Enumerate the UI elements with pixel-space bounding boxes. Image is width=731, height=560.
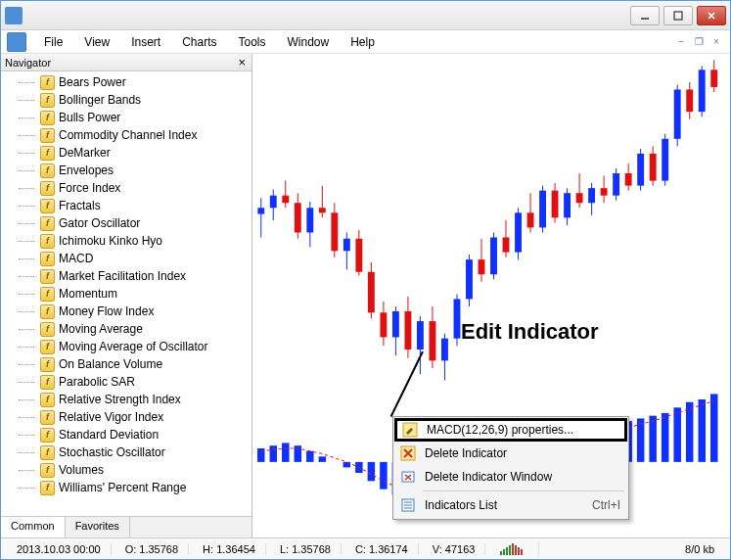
indicator-item[interactable]: fStandard Deviation <box>19 426 251 443</box>
menu-view[interactable]: View <box>74 32 119 52</box>
indicator-icon: f <box>40 128 55 143</box>
indicator-item[interactable]: fDeMarker <box>19 144 251 162</box>
svg-rect-1 <box>674 12 682 20</box>
indicator-item[interactable]: fParabolic SAR <box>19 373 251 391</box>
menu-window[interactable]: Window <box>278 32 340 52</box>
svg-rect-59 <box>601 188 608 196</box>
svg-rect-67 <box>650 154 657 181</box>
indicator-item[interactable]: fGator Oscillator <box>19 214 251 232</box>
indicator-icon: f <box>40 375 55 390</box>
indicator-item[interactable]: fMACD <box>19 250 251 267</box>
indicator-item[interactable]: fForce Index <box>19 179 251 197</box>
close-button[interactable] <box>697 6 726 25</box>
menu-help[interactable]: Help <box>341 32 385 52</box>
svg-rect-5 <box>270 196 277 209</box>
ctx-properties[interactable]: MACD(12,26,9) properties... <box>394 418 627 442</box>
maximize-button[interactable] <box>663 6 693 25</box>
indicator-label: Force Index <box>59 181 120 195</box>
navigator-tree[interactable]: fBears PowerfBollinger BandsfBulls Power… <box>1 71 251 516</box>
indicator-icon: f <box>40 163 55 178</box>
indicator-item[interactable]: fStochastic Oscillator <box>19 443 251 461</box>
ctx-indicators-list[interactable]: Indicators List Ctrl+I <box>395 493 626 517</box>
mdi-close-icon[interactable]: × <box>708 35 724 49</box>
svg-rect-63 <box>625 173 632 186</box>
indicator-item[interactable]: fIchimoku Kinko Hyo <box>19 232 251 250</box>
svg-rect-123 <box>500 551 502 555</box>
svg-rect-125 <box>506 547 508 555</box>
indicator-icon: f <box>40 216 55 231</box>
svg-rect-69 <box>662 139 668 181</box>
indicator-icon: f <box>40 234 55 249</box>
indicator-item[interactable]: fBollinger Bands <box>19 91 251 109</box>
indicator-item[interactable]: fMomentum <box>19 285 251 303</box>
list-icon <box>399 496 417 514</box>
navigator-tab-common[interactable]: Common <box>1 517 66 537</box>
svg-rect-33 <box>441 339 448 361</box>
indicator-label: Momentum <box>59 287 117 301</box>
svg-rect-11 <box>306 208 313 232</box>
indicator-item[interactable]: fBulls Power <box>19 109 251 126</box>
indicator-icon: f <box>40 93 55 108</box>
indicator-item[interactable]: fVolumes <box>19 461 251 479</box>
indicator-label: Williams' Percent Range <box>59 481 186 494</box>
indicator-item[interactable]: fRelative Strength Index <box>19 391 251 408</box>
svg-rect-73 <box>686 89 693 112</box>
connection-bars-icon <box>499 541 528 555</box>
status-connection <box>489 541 539 557</box>
svg-rect-128 <box>515 545 517 555</box>
svg-rect-77 <box>710 70 717 87</box>
indicator-icon: f <box>40 410 55 425</box>
svg-rect-75 <box>699 70 706 112</box>
indicator-item[interactable]: fCommodity Channel Index <box>19 126 251 144</box>
svg-rect-43 <box>503 237 510 252</box>
window-titlebar <box>1 1 730 30</box>
ctx-delete-window-label: Delete Indicator Window <box>425 470 552 484</box>
indicator-label: Ichimoku Kinko Hyo <box>59 234 162 248</box>
navigator-tabs: Common Favorites <box>1 516 251 537</box>
navigator-close-icon[interactable]: × <box>236 55 248 70</box>
navigator-tab-favorites[interactable]: Favorites <box>66 517 130 537</box>
svg-rect-39 <box>479 259 485 274</box>
minimize-button[interactable] <box>630 6 660 25</box>
menu-insert[interactable]: Insert <box>121 32 170 52</box>
indicator-item[interactable]: fMoving Average of Oscillator <box>19 338 251 355</box>
ctx-delete-indicator[interactable]: Delete Indicator <box>395 442 626 465</box>
indicator-icon: f <box>40 357 55 372</box>
indicator-item[interactable]: fMarket Facilitation Index <box>19 267 251 285</box>
menubar: File View Insert Charts Tools Window Hel… <box>1 30 730 54</box>
indicator-label: Parabolic SAR <box>59 375 135 389</box>
mdi-restore-icon[interactable]: ❐ <box>691 35 707 49</box>
indicator-item[interactable]: fMoney Flow Index <box>19 303 251 320</box>
svg-rect-37 <box>466 259 473 299</box>
status-kb: 8/0 kb <box>675 543 724 555</box>
indicator-label: DeMarker <box>59 146 111 160</box>
svg-rect-57 <box>588 188 595 203</box>
menu-file[interactable]: File <box>34 32 72 52</box>
indicator-label: Gator Oscillator <box>59 216 140 230</box>
ctx-delete-window[interactable]: Delete Indicator Window <box>395 465 626 489</box>
indicator-item[interactable]: fBears Power <box>19 73 251 91</box>
menu-charts[interactable]: Charts <box>172 32 226 52</box>
indicator-label: Bears Power <box>59 75 126 89</box>
delete-icon <box>399 444 417 462</box>
context-menu: MACD(12,26,9) properties... Delete Indic… <box>392 416 629 520</box>
status-volume: V: 47163 <box>423 543 486 555</box>
menu-tools[interactable]: Tools <box>229 32 276 52</box>
svg-rect-55 <box>576 193 583 203</box>
indicator-label: Relative Vigor Index <box>59 410 163 424</box>
indicator-label: Money Flow Index <box>59 304 154 318</box>
indicator-label: Volumes <box>59 463 104 477</box>
indicator-item[interactable]: fFractals <box>19 197 251 214</box>
indicator-item[interactable]: fWilliams' Percent Range <box>19 479 251 496</box>
indicator-label: Standard Deviation <box>59 428 159 442</box>
indicator-item[interactable]: fOn Balance Volume <box>19 355 251 373</box>
svg-rect-126 <box>509 545 511 555</box>
svg-rect-7 <box>282 196 289 204</box>
indicator-item[interactable]: fMoving Average <box>19 320 251 338</box>
indicator-item[interactable]: fEnvelopes <box>19 162 251 179</box>
indicator-label: Bulls Power <box>59 111 120 124</box>
indicator-item[interactable]: fRelative Vigor Index <box>19 408 251 426</box>
mdi-minimize-icon[interactable]: − <box>673 35 689 49</box>
status-low: L: 1.35768 <box>270 543 342 555</box>
indicator-icon: f <box>40 252 55 266</box>
